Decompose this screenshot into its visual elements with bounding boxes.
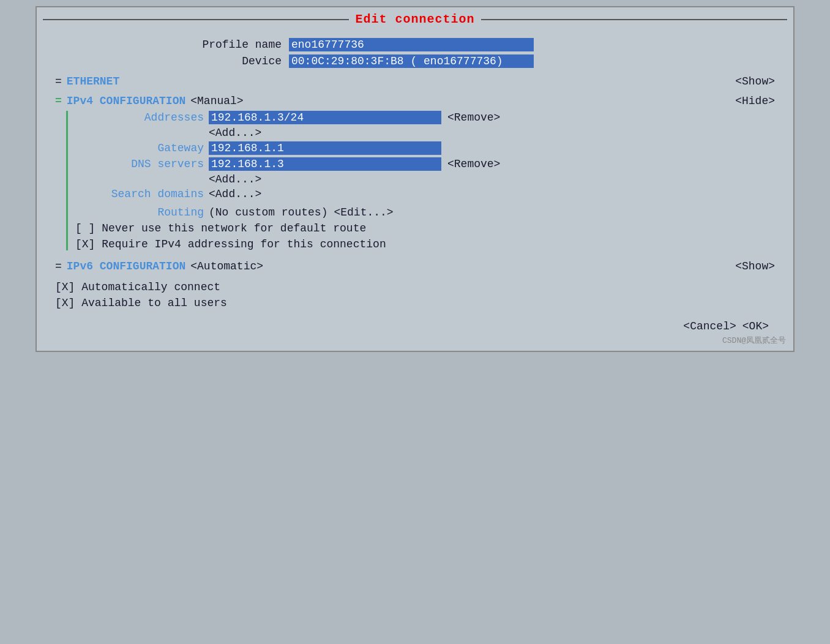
title-line-left [43, 19, 349, 20]
ethernet-eq: = [55, 75, 62, 88]
address-add-btn[interactable]: <Add...> [209, 127, 261, 139]
ipv4-section-header: = IPv4 CONFIGURATION <Manual> <Hide> [55, 95, 775, 107]
available-users-checkbox[interactable]: [X] Available to all users [55, 297, 227, 309]
routing-row: Routing (No custom routes) <Edit...> [75, 206, 775, 219]
window-title: Edit connection [355, 12, 474, 26]
require-ipv4-checkbox[interactable]: [X] Require IPv4 addressing for this con… [75, 238, 386, 250]
title-line-right [481, 19, 787, 20]
title-bar: Edit connection [37, 7, 793, 32]
address-remove-btn[interactable]: <Remove> [447, 111, 500, 124]
watermark: CSDN@凤凰贰全号 [722, 335, 786, 346]
profile-row: Profile name eno16777736 [55, 38, 775, 51]
device-value[interactable]: 00:0C:29:80:3F:B8 ( eno16777736) [289, 54, 534, 68]
dns-add-btn[interactable]: <Add...> [209, 173, 261, 185]
gateway-label: Gateway [75, 142, 204, 154]
never-default-row: [ ] Never use this network for default r… [75, 222, 775, 234]
ethernet-label: ETHERNET [67, 75, 119, 88]
auto-connect-row: [X] Automatically connect [55, 281, 775, 293]
ipv4-hide[interactable]: <Hide> [735, 95, 775, 107]
search-add-btn[interactable]: <Add...> [209, 188, 261, 200]
terminal-window: Edit connection Profile name eno16777736… [36, 6, 794, 352]
ipv6-section-header: = IPv6 CONFIGURATION <Automatic> <Show> [55, 260, 775, 272]
routing-value: (No custom routes) [209, 206, 327, 219]
routing-label: Routing [75, 206, 204, 219]
bottom-buttons: <Cancel> <OK> [55, 320, 775, 332]
ipv6-show[interactable]: <Show> [735, 260, 775, 272]
device-label: Device [55, 55, 282, 67]
dns-row: DNS servers 192.168.1.3 <Remove> [75, 157, 775, 171]
gateway-row: Gateway 192.168.1.1 [75, 141, 775, 155]
dns-label: DNS servers [75, 158, 204, 170]
routing-edit-btn[interactable]: <Edit...> [334, 206, 393, 219]
ipv6-label: IPv6 CONFIGURATION [67, 260, 185, 272]
dns-add-row: <Add...> [75, 173, 775, 185]
ok-button[interactable]: <OK> [742, 320, 769, 332]
device-row: Device 00:0C:29:80:3F:B8 ( eno16777736) [55, 54, 775, 68]
ethernet-section: = ETHERNET <Show> [55, 75, 775, 88]
cancel-button[interactable]: <Cancel> [683, 320, 736, 332]
ipv4-eq: = [55, 95, 62, 107]
ipv6-eq: = [55, 260, 62, 272]
available-users-row: [X] Available to all users [55, 297, 775, 309]
search-row: Search domains <Add...> [75, 188, 775, 200]
gateway-value[interactable]: 192.168.1.1 [209, 141, 441, 155]
ipv6-mode[interactable]: <Automatic> [190, 260, 263, 272]
profile-label: Profile name [55, 39, 282, 51]
never-default-checkbox[interactable]: [ ] Never use this network for default r… [75, 222, 366, 234]
form-content: Profile name eno16777736 Device 00:0C:29… [37, 32, 793, 339]
ethernet-show[interactable]: <Show> [735, 75, 775, 88]
addresses-label: Addresses [75, 111, 204, 124]
address-value[interactable]: 192.168.1.3/24 [209, 111, 441, 124]
dns-value[interactable]: 192.168.1.3 [209, 157, 441, 171]
auto-connect-checkbox[interactable]: [X] Automatically connect [55, 281, 220, 293]
ipv4-mode[interactable]: <Manual> [190, 95, 243, 107]
dns-remove-btn[interactable]: <Remove> [447, 158, 500, 170]
require-ipv4-row: [X] Require IPv4 addressing for this con… [75, 238, 775, 250]
search-label: Search domains [75, 188, 204, 200]
addresses-row: Addresses 192.168.1.3/24 <Remove> [75, 111, 775, 124]
address-add-row: <Add...> [75, 127, 775, 139]
profile-value[interactable]: eno16777736 [289, 38, 534, 51]
ipv4-label: IPv4 CONFIGURATION [67, 95, 185, 107]
ipv4-block: Addresses 192.168.1.3/24 <Remove> <Add..… [66, 111, 775, 250]
